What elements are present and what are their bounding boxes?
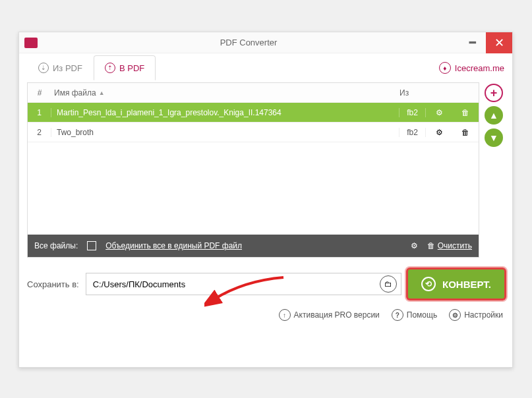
to-pdf-icon: ⇡ (105, 63, 115, 73)
trash-icon: 🗑 (427, 241, 435, 250)
trash-icon: 🗑 (461, 128, 469, 137)
save-row: Сохранить в: 🗀 ⟲ КОНВЕРТ. (19, 258, 512, 298)
row-delete-button[interactable]: 🗑 (452, 128, 479, 137)
row-filename: Martin_Pesn_lda_i_plameni_1_Igra_prestol… (51, 108, 399, 117)
row-filename: Two_broth (51, 128, 399, 137)
bottom-links: ↑ Активация PRO версии ? Помощь ⚙ Настро… (19, 298, 512, 331)
trash-icon: 🗑 (461, 108, 469, 117)
content-area: # Имя файла ▲ Из 1 Martin_Pesn_lda_i_pla… (19, 82, 512, 258)
gear-icon: ⚙ (436, 108, 443, 117)
arrow-up-icon: ▲ (489, 110, 498, 121)
tab-to-pdf[interactable]: ⇡ В PDF (94, 55, 156, 80)
save-path-input[interactable] (93, 279, 380, 289)
row-format: fb2 (399, 108, 426, 117)
save-label: Сохранить в: (27, 279, 79, 289)
brand-link[interactable]: ♦ Icecream.me (439, 62, 504, 74)
row-settings-button[interactable]: ⚙ (426, 128, 452, 137)
row-delete-button[interactable]: 🗑 (452, 108, 479, 117)
add-file-button[interactable]: + (485, 84, 503, 102)
gear-icon: ⚙ (449, 309, 461, 321)
side-controls: + ▲ ▼ (485, 82, 504, 258)
browse-folder-button[interactable]: 🗀 (380, 275, 397, 293)
table-row[interactable]: 1 Martin_Pesn_lda_i_plameni_1_Igra_prest… (28, 103, 479, 123)
tab-from-pdf-label: Из PDF (53, 63, 82, 73)
file-table: # Имя файла ▲ Из 1 Martin_Pesn_lda_i_pla… (27, 82, 479, 258)
tab-to-pdf-label: В PDF (119, 63, 144, 73)
titlebar: PDF Converter ━ ✕ (19, 32, 512, 53)
merge-checkbox[interactable] (87, 241, 96, 250)
icecream-icon: ♦ (439, 62, 451, 74)
close-button[interactable]: ✕ (486, 32, 512, 53)
header-num[interactable]: # (28, 88, 51, 98)
refresh-icon: ⟲ (421, 277, 436, 291)
settings-link[interactable]: ⚙ Настройки (449, 309, 503, 321)
tab-from-pdf[interactable]: ⇣ Из PDF (27, 55, 94, 80)
app-window: PDF Converter ━ ✕ ⇣ Из PDF ⇡ В PDF ♦ Ice… (18, 32, 513, 368)
table-empty-area (28, 142, 479, 235)
table-footer: Все файлы: Объединить все в единый PDF ф… (28, 235, 479, 257)
app-icon (24, 38, 38, 48)
move-up-button[interactable]: ▲ (485, 106, 503, 125)
row-settings-button[interactable]: ⚙ (426, 108, 452, 117)
gear-icon: ⚙ (411, 241, 418, 250)
all-files-label: Все файлы: (34, 241, 78, 250)
sort-asc-icon: ▲ (99, 90, 105, 96)
arrow-up-icon: ↑ (279, 309, 291, 321)
tabs-row: ⇣ Из PDF ⇡ В PDF ♦ Icecream.me (19, 53, 512, 82)
convert-label: КОНВЕРТ. (442, 279, 491, 290)
arrow-down-icon: ▼ (489, 132, 498, 143)
plus-icon: + (490, 86, 498, 100)
footer-clear-button[interactable]: 🗑 Очистить (427, 241, 472, 250)
folder-icon: 🗀 (384, 279, 392, 289)
convert-button[interactable]: ⟲ КОНВЕРТ. (408, 270, 504, 298)
question-icon: ? (392, 309, 403, 321)
row-num: 2 (28, 128, 51, 137)
table-row[interactable]: 2 Two_broth fb2 ⚙ 🗑 (28, 123, 479, 142)
footer-settings-button[interactable]: ⚙ (411, 241, 418, 250)
row-num: 1 (28, 108, 51, 117)
merge-label[interactable]: Объединить все в единый PDF файл (105, 241, 242, 250)
gear-icon: ⚙ (436, 128, 443, 137)
from-pdf-icon: ⇣ (38, 63, 49, 73)
header-filename[interactable]: Имя файла ▲ (51, 88, 399, 98)
table-header: # Имя файла ▲ Из (28, 83, 479, 103)
save-path-wrap: 🗀 (86, 273, 401, 295)
pro-activation-link[interactable]: ↑ Активация PRO версии (279, 309, 380, 321)
window-title: PDF Converter (38, 38, 459, 47)
row-format: fb2 (399, 128, 426, 137)
header-from[interactable]: Из (399, 88, 426, 98)
minimize-button[interactable]: ━ (459, 32, 486, 53)
move-down-button[interactable]: ▼ (485, 128, 503, 147)
help-link[interactable]: ? Помощь (392, 309, 437, 321)
brand-label: Icecream.me (455, 63, 504, 73)
